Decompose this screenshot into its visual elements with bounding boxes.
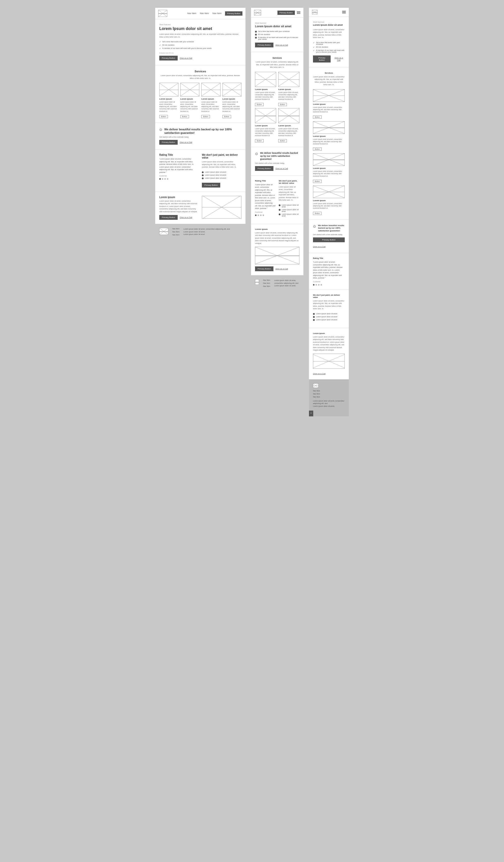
tablet-dot-3[interactable]: [260, 214, 262, 216]
mobile-guarantee-row: ⊙ We deliver beautiful results backed up…: [313, 224, 345, 232]
mobile-customer: Customer: [313, 281, 345, 283]
mobile-services: Services Lorem ipsum dolor sit amet, con…: [309, 67, 349, 220]
dot-3[interactable]: [164, 178, 166, 180]
tablet-card-btn-2[interactable]: Button: [278, 103, 287, 106]
tablet-guarantee-icon: ⊙: [255, 152, 258, 156]
mobile-guarantee-call-btn[interactable]: Give us a Call: [313, 246, 326, 248]
tablet-card-btn-4[interactable]: Button: [278, 139, 287, 142]
mobile-footer-bottom-text: ©: [310, 412, 312, 415]
tablet-bullet-list: Set a time that works with your schedule…: [255, 30, 300, 41]
mobile-hamburger-icon[interactable]: [342, 11, 346, 13]
mobile-lorem-call-btn[interactable]: Give us a Call: [313, 373, 326, 375]
tablet-nav-primary-button[interactable]: Primary Button: [277, 11, 295, 15]
footer-link-1[interactable]: Nav Item: [172, 228, 180, 230]
hero-body: Lorem ipsum dolor sit amet, consectetur …: [159, 33, 241, 38]
mobile-hero: Short Sub text Lorem Ipsum dolor sit ame…: [309, 17, 349, 67]
guarantee-primary-button[interactable]: Primary Button: [159, 140, 178, 145]
mobile-card-title-2: Lorem ipsum: [313, 135, 345, 138]
tablet-footer-link-3[interactable]: Nav Item: [263, 285, 270, 287]
lorem-call-button[interactable]: Give us a Call: [180, 215, 192, 220]
mobile-service-card-3: Lorem ipsum Lorem ipsum dolor sit amet, …: [313, 153, 345, 183]
service-img-3: [201, 83, 221, 96]
mobile-bullet-3: ✓ A member of our team will meet with yo…: [313, 49, 345, 53]
value-title: We don't just paint, we deliver value: [202, 154, 241, 159]
card-button-1[interactable]: Button: [159, 115, 168, 118]
mobile-guarantee-icon: ⊙: [313, 224, 316, 228]
tablet-lorem-primary-btn[interactable]: Primary Button: [255, 266, 274, 271]
nav-item-2[interactable]: Nav Item: [200, 12, 209, 15]
mobile-card-btn-2[interactable]: Button: [313, 147, 321, 151]
mobile-footer-link-1[interactable]: Nav Item: [313, 390, 320, 392]
mobile-card-body-2: Lorem ipsum dolor sit amet, consectetur …: [313, 138, 345, 145]
tablet-guarantee-call-btn[interactable]: Give us a Call: [276, 166, 288, 171]
tablet-service-card-1: Lorem ipsum Lorem ipsum dolor sit amet, …: [255, 72, 276, 106]
nav-primary-button[interactable]: Primary Button: [225, 11, 242, 16]
testimonial-col: Rating Title "Lorem ipsum dolor sit amet…: [159, 154, 199, 187]
footer-link-3[interactable]: Nav Item: [172, 234, 180, 236]
value-item-3: Lorem ipsum dolor sit amet: [202, 177, 241, 180]
mobile-dot-3[interactable]: [318, 284, 320, 286]
tablet-lorem-call-btn[interactable]: Give us a Call: [276, 266, 288, 271]
hamburger-icon[interactable]: [297, 11, 301, 14]
mobile-guarantee-primary-btn[interactable]: Primary Button: [313, 237, 345, 242]
mobile-card-body-1: Lorem ipsum dolor sit amet, consectetur …: [313, 106, 345, 113]
card-body-3: Lorem ipsum dolor sit amet, consectetur …: [201, 101, 221, 112]
desktop-column: Nav Item Nav Item Nav Item Primary Butto…: [155, 8, 246, 240]
tablet-footer-link-2[interactable]: Nav Item: [263, 282, 270, 284]
tablet-hero-call-btn[interactable]: Give us a Call: [276, 43, 288, 48]
bullet-dot-1: [202, 171, 203, 173]
mobile-dot-4[interactable]: [320, 284, 322, 286]
card-button-3[interactable]: Button: [201, 115, 210, 118]
mobile-card-btn-1[interactable]: Button: [313, 115, 321, 119]
tablet-card-btn-1[interactable]: Button: [255, 103, 264, 106]
tablet-card-body-2: Lorem ipsum dolor sit amet, consectetur …: [278, 91, 300, 100]
service-card-1: Lorem ipsum Lorem ipsum dolor sit amet, …: [159, 83, 178, 118]
tablet-service-card-3: Lorem ipsum Lorem ipsum dolor sit amet, …: [255, 108, 276, 142]
mobile-dot-1[interactable]: [313, 284, 315, 286]
mobile-card-btn-3[interactable]: Button: [313, 180, 321, 183]
mobile-footer-link-3[interactable]: Nav Item: [313, 396, 320, 398]
testimonial-section: Rating Title "Lorem ipsum dolor sit amet…: [155, 149, 246, 192]
tablet-vbullet-3: [279, 213, 280, 215]
tablet-lorem-img: [255, 247, 300, 264]
tablet-card-btn-3[interactable]: Button: [255, 139, 264, 142]
value-item-1: Lorem ipsum dolor sit amet: [202, 171, 241, 174]
tablet-guarantee-row: ⊙ We deliver beautiful results backed up…: [255, 152, 300, 160]
tablet-footer-link-1[interactable]: Nav Item: [263, 279, 270, 281]
tablet-hero-primary-btn[interactable]: Primary Button: [255, 43, 274, 48]
nav-item-1[interactable]: Nav Item: [187, 12, 196, 15]
dot-2[interactable]: [162, 178, 163, 180]
mobile-value-section: We don't just paint, we deliver value Lo…: [309, 290, 349, 328]
card-button-4[interactable]: Button: [223, 115, 231, 118]
hero-call-button[interactable]: Give us a Call: [180, 56, 192, 61]
guarantee-call-button[interactable]: Give us a Call: [180, 140, 192, 145]
mobile-hero-call-btn[interactable]: Give us a Call: [333, 55, 345, 63]
tablet-guarantee-text: We deliver beautiful results backed up b…: [260, 152, 300, 160]
value-primary-button[interactable]: Primary Button: [202, 183, 220, 187]
lorem-primary-button[interactable]: Primary Button: [159, 215, 178, 220]
tablet-dot-2[interactable]: [257, 214, 259, 216]
check-icon-3: ✓: [159, 48, 161, 50]
tablet-dot-1[interactable]: [255, 214, 256, 216]
mobile-footer-link-2[interactable]: Nav Item: [313, 393, 320, 395]
mobile-card-title-4: Lorem ipsum: [313, 199, 345, 201]
guarantee-icon: ⊙: [159, 128, 162, 132]
footer-link-2[interactable]: Nav Item: [172, 231, 180, 233]
bullet-item-1: ✓ Set a time that works with your schedu…: [159, 40, 241, 43]
tablet-services-title: Services: [255, 57, 300, 59]
mobile-card-btn-4[interactable]: Button: [313, 212, 321, 215]
tablet-hero-sub: Short Sub text: [255, 22, 300, 24]
dot-4[interactable]: [167, 178, 168, 180]
card-button-2[interactable]: Button: [181, 115, 189, 118]
mobile-dot-2[interactable]: [316, 284, 317, 286]
tablet-bullet-dot-1: [255, 31, 257, 32]
tablet-dot-4[interactable]: [263, 214, 264, 216]
dot-1[interactable]: [159, 178, 161, 180]
mobile-hero-primary-btn[interactable]: Primary Button: [313, 55, 331, 63]
value-body: Lorem ipsum dolor sit amet, consectetur …: [202, 160, 241, 169]
nav-item-3[interactable]: Nav Item: [212, 12, 222, 15]
footer: Nav Item Nav Item Nav Item Lorem ipsum d…: [155, 224, 246, 240]
hero-primary-button[interactable]: Primary Button: [159, 56, 178, 61]
tablet-guarantee-primary-btn[interactable]: Primary Button: [255, 166, 274, 171]
tablet-panel: Primary Button Short Sub text Lorem Ipsu…: [251, 8, 304, 292]
